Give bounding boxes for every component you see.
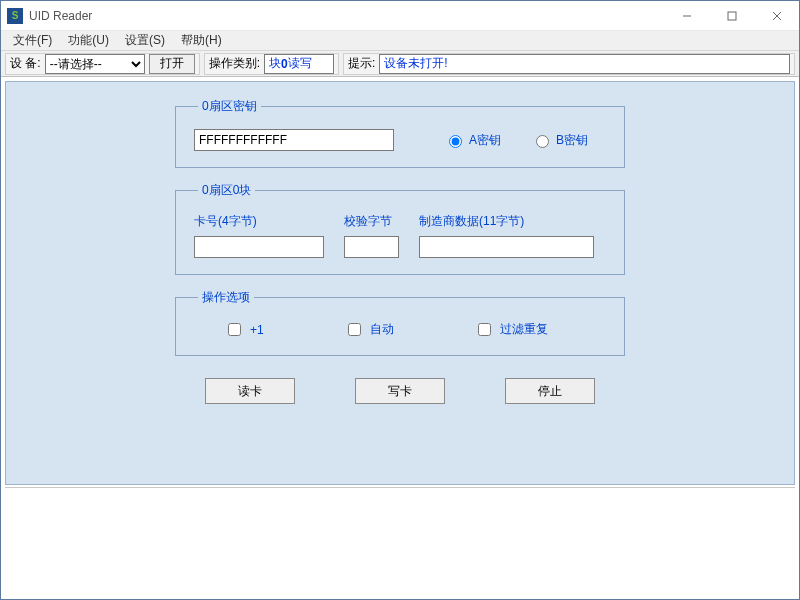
main-area: 0扇区密钥 A密钥 B密钥 0扇区0块	[1, 77, 799, 599]
check-label: 校验字节	[344, 213, 399, 230]
svg-rect-1	[728, 12, 736, 20]
chk-plus1-label: +1	[250, 323, 264, 337]
optype-label: 操作类别:	[209, 55, 260, 72]
read-button[interactable]: 读卡	[205, 378, 295, 404]
group-sector-block-legend: 0扇区0块	[198, 182, 255, 199]
stop-button[interactable]: 停止	[505, 378, 595, 404]
content-panel: 0扇区密钥 A密钥 B密钥 0扇区0块	[5, 81, 795, 485]
mfr-input[interactable]	[419, 236, 594, 258]
bottom-blank-area	[5, 487, 795, 595]
chk-filter[interactable]: 过滤重复	[474, 320, 548, 339]
menu-file[interactable]: 文件(F)	[5, 30, 60, 51]
device-segment: 设 备: --请选择-- 打开	[5, 53, 200, 75]
radio-b-input[interactable]	[536, 135, 549, 148]
check-input[interactable]	[344, 236, 399, 258]
chk-auto-input[interactable]	[348, 323, 361, 336]
optype-prefix: 块	[269, 55, 281, 72]
device-label: 设 备:	[10, 55, 41, 72]
titlebar: S UID Reader	[1, 1, 799, 31]
menu-settings[interactable]: 设置(S)	[117, 30, 173, 51]
card-input[interactable]	[194, 236, 324, 258]
minimize-button[interactable]	[664, 1, 709, 30]
chk-filter-label: 过滤重复	[500, 321, 548, 338]
radio-b-key[interactable]: B密钥	[531, 132, 588, 149]
group-sector-key: 0扇区密钥 A密钥 B密钥	[175, 98, 625, 168]
open-button[interactable]: 打开	[149, 54, 195, 74]
group-options-legend: 操作选项	[198, 289, 254, 306]
maximize-button[interactable]	[709, 1, 754, 30]
key-input[interactable]	[194, 129, 394, 151]
optype-bold: 0	[281, 57, 288, 71]
optype-value: 块0读写	[264, 54, 334, 74]
write-button[interactable]: 写卡	[355, 378, 445, 404]
card-label: 卡号(4字节)	[194, 213, 324, 230]
group-options: 操作选项 +1 自动 过滤重复	[175, 289, 625, 356]
toolbar: 设 备: --请选择-- 打开 操作类别: 块0读写 提示: 设备未打开!	[1, 51, 799, 77]
radio-a-label: A密钥	[469, 132, 501, 149]
group-sector-key-legend: 0扇区密钥	[198, 98, 261, 115]
hint-value: 设备未打开!	[379, 54, 790, 74]
chk-auto-label: 自动	[370, 321, 394, 338]
minimize-icon	[682, 11, 692, 21]
hint-segment: 提示: 设备未打开!	[343, 53, 795, 75]
mfr-label: 制造商数据(11字节)	[419, 213, 594, 230]
device-select[interactable]: --请选择--	[45, 54, 145, 74]
group-sector-block: 0扇区0块 卡号(4字节) 校验字节 制造商数据(11字节)	[175, 182, 625, 275]
radio-a-key[interactable]: A密钥	[444, 132, 501, 149]
menu-help[interactable]: 帮助(H)	[173, 30, 230, 51]
window-title: UID Reader	[29, 9, 92, 23]
radio-b-label: B密钥	[556, 132, 588, 149]
optype-suffix: 读写	[288, 55, 312, 72]
action-row: 读卡 写卡 停止	[66, 378, 734, 404]
optype-segment: 操作类别: 块0读写	[204, 53, 339, 75]
close-icon	[772, 11, 782, 21]
hint-label: 提示:	[348, 55, 375, 72]
maximize-icon	[727, 11, 737, 21]
chk-auto[interactable]: 自动	[344, 320, 394, 339]
chk-plus1-input[interactable]	[228, 323, 241, 336]
app-icon: S	[7, 8, 23, 24]
close-button[interactable]	[754, 1, 799, 30]
radio-a-input[interactable]	[449, 135, 462, 148]
menu-func[interactable]: 功能(U)	[60, 30, 117, 51]
chk-plus1[interactable]: +1	[224, 320, 264, 339]
menubar: 文件(F) 功能(U) 设置(S) 帮助(H)	[1, 31, 799, 51]
chk-filter-input[interactable]	[478, 323, 491, 336]
